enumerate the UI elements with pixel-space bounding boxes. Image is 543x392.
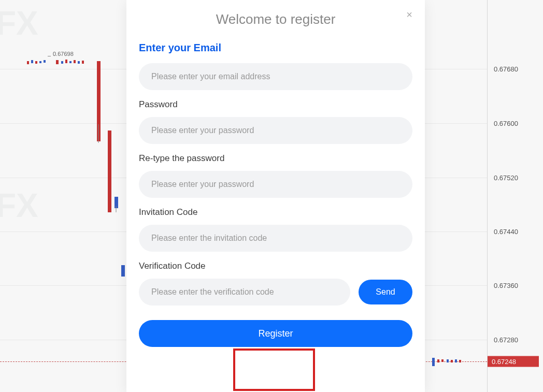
invitation-code-input[interactable] [139,225,412,252]
candle [459,360,461,362]
candle [82,61,84,64]
axis-label: 0.67440 [494,228,518,236]
candle [97,61,101,141]
candle [65,60,67,63]
password-input[interactable] [139,117,412,144]
candle [447,359,449,362]
close-button[interactable]: × [406,9,412,20]
candle [78,61,80,64]
send-code-button[interactable]: Send [359,280,412,304]
modal-title: Welcome to register [139,11,412,27]
email-label: Enter your Email [139,42,412,54]
verification-code-input[interactable] [139,279,350,306]
candle [35,61,37,64]
verification-code-label: Verification Code [139,261,412,271]
axis-label: 0.67600 [494,120,518,127]
email-input[interactable] [139,63,412,90]
candle [74,60,76,63]
candle [121,265,125,277]
candle [437,359,439,362]
candle [108,130,111,212]
price-callout-tick [48,56,51,56]
register-button[interactable]: Register [139,320,412,347]
axis-label: 0.67360 [494,282,518,289]
candle [44,60,46,63]
candle-wick [116,206,117,212]
password-confirm-label: Re-type the password [139,153,412,164]
invitation-code-label: Invitation Code [139,207,412,217]
axis-label-current: 0.67248 [488,356,539,367]
candle [455,359,457,362]
bg-fx-text: FX [0,4,38,42]
password-label: Password [139,99,412,110]
candle [56,60,59,64]
chart-y-axis: 0.67680 0.67600 0.67520 0.67440 0.67360 … [487,0,543,392]
price-callout: 0.67698 [53,51,74,57]
axis-label: 0.67280 [494,336,518,344]
password-confirm-input[interactable] [139,171,412,198]
candle [451,360,453,362]
candle [31,60,33,63]
axis-label: 0.67680 [494,65,518,73]
candle [441,359,444,362]
candle [27,61,29,64]
register-modal: × Welcome to register Enter your Email P… [126,0,425,392]
candle-wick [98,124,99,143]
candle [69,61,72,63]
bg-fx-text: FX [0,186,38,225]
axis-label: 0.67520 [494,174,518,182]
candle [432,358,435,366]
candle [61,61,63,64]
candle [115,197,118,208]
candle [39,61,41,63]
